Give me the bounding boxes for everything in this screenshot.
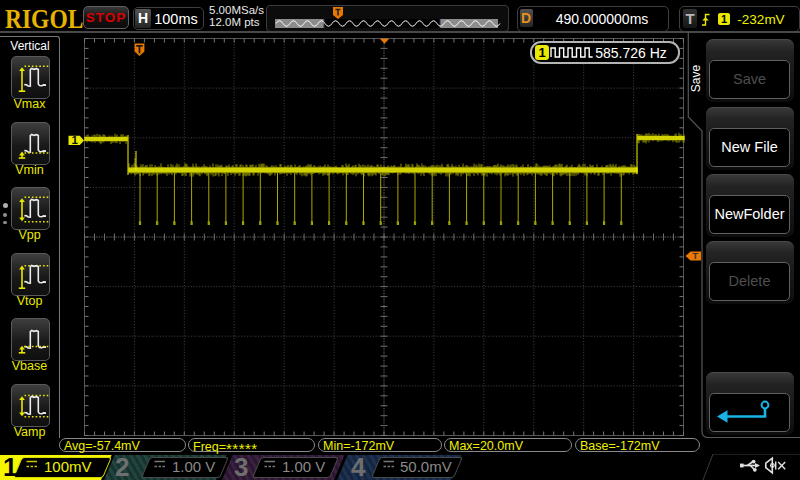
- svg-text:T: T: [693, 251, 699, 261]
- svg-text:1: 1: [72, 134, 79, 146]
